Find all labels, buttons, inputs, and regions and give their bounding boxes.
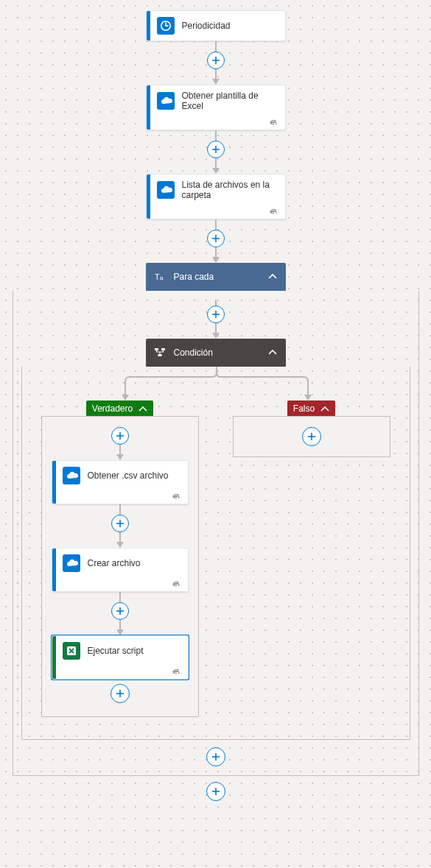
trigger-title: Periodicidad [182, 21, 231, 31]
connector [207, 130, 225, 174]
connector [207, 219, 225, 263]
link-icon [267, 116, 279, 127]
add-step-button[interactable] [111, 427, 129, 445]
add-step-button[interactable] [111, 515, 129, 532]
link-icon [267, 205, 279, 216]
connector [111, 427, 129, 460]
excel-icon [63, 642, 80, 660]
false-branch-label: Falso [293, 403, 315, 414]
false-branch-header[interactable]: Falso [287, 401, 335, 417]
get-template-title: Obtener plantilla de Excel [182, 91, 278, 111]
connector [111, 504, 129, 548]
create-file-title: Crear archivo [88, 558, 141, 568]
condition-header[interactable]: Condición [146, 339, 286, 367]
connector [111, 684, 130, 703]
run-script-node[interactable]: Ejecutar script [52, 635, 189, 680]
connector [206, 782, 225, 801]
get-template-node[interactable]: Obtener plantilla de Excel [146, 85, 286, 130]
chevron-up-icon [267, 271, 278, 283]
branch-icon [153, 346, 167, 359]
chevron-up-icon [137, 403, 147, 414]
svg-marker-11 [122, 395, 129, 401]
condition-title: Condición [174, 347, 213, 358]
foreach-header[interactable]: Para cada [146, 263, 286, 291]
list-files-node[interactable]: Lista de archivos en la carpeta [146, 174, 286, 219]
connector [207, 300, 225, 339]
connector [207, 41, 225, 85]
list-files-title: Lista de archivos en la carpeta [182, 180, 278, 200]
link-icon [170, 578, 182, 588]
false-branch: Falso [231, 401, 393, 717]
add-step-button[interactable] [207, 52, 225, 69]
branch-lines [22, 367, 411, 403]
chevron-up-icon [267, 347, 278, 359]
create-file-node[interactable]: Crear archivo [52, 548, 189, 592]
connector [111, 592, 129, 635]
chevron-up-icon [319, 403, 329, 414]
add-step-button[interactable] [111, 684, 130, 703]
onedrive-icon [157, 92, 175, 110]
link-icon [170, 666, 182, 676]
add-step-button[interactable] [111, 602, 129, 620]
add-step-button[interactable] [207, 306, 225, 323]
true-branch: Verdadero [39, 401, 201, 717]
get-csv-node[interactable]: Obtener .csv archivo [52, 460, 189, 504]
add-step-button[interactable] [206, 782, 225, 801]
true-branch-body: Obtener .csv archivo [41, 416, 199, 717]
clock-icon [157, 17, 175, 35]
true-branch-label: Verdadero [92, 403, 133, 414]
add-step-button[interactable] [207, 230, 225, 247]
add-step-button[interactable] [302, 427, 321, 446]
condition-body: Verdadero [21, 367, 410, 740]
false-branch-body [233, 416, 390, 457]
onedrive-icon [63, 554, 80, 572]
onedrive-icon [157, 181, 175, 199]
true-branch-header[interactable]: Verdadero [86, 401, 153, 417]
foreach-title: Para cada [174, 272, 214, 282]
text-icon [153, 270, 167, 283]
get-csv-title: Obtener .csv archivo [88, 470, 169, 481]
onedrive-icon [63, 467, 80, 484]
connector [206, 747, 225, 766]
add-step-button[interactable] [206, 747, 225, 766]
trigger-node[interactable]: Periodicidad [146, 10, 286, 41]
add-step-button[interactable] [207, 141, 225, 158]
svg-marker-12 [304, 395, 312, 401]
foreach-body: Condición [13, 291, 419, 776]
link-icon [170, 490, 182, 501]
run-script-title: Ejecutar script [88, 646, 144, 656]
